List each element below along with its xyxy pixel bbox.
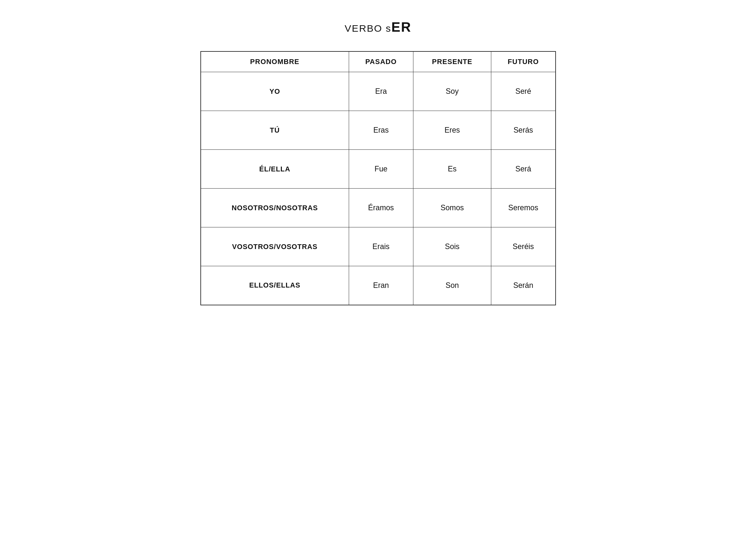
page-title: VERBO sER [344,19,412,35]
cell-futuro: Serán [491,266,555,305]
cell-pronombre: ÉL/ELLA [201,150,349,188]
cell-presente: Somos [413,188,491,227]
cell-presente: Eres [413,111,491,150]
table-row: VOSOTROS/VOSOTRASEraisSoisSeréis [201,227,555,266]
title-suffix: ER [392,19,412,35]
cell-presente: Soy [413,72,491,111]
title-prefix: VERBO s [344,23,392,34]
cell-futuro: Seré [491,72,555,111]
table-header-row: PRONOMBRE PASADO PRESENTE FUTURO [201,51,555,72]
header-presente: PRESENTE [413,51,491,72]
cell-pasado: Eran [349,266,413,305]
cell-presente: Sois [413,227,491,266]
header-futuro: FUTURO [491,51,555,72]
table-row: ELLOS/ELLASEranSonSerán [201,266,555,305]
table-row: YOEraSoySeré [201,72,555,111]
cell-pasado: Erais [349,227,413,266]
cell-presente: Son [413,266,491,305]
cell-futuro: Serás [491,111,555,150]
cell-futuro: Seremos [491,188,555,227]
cell-pronombre: TÚ [201,111,349,150]
cell-pronombre: NOSOTROS/NOSOTRAS [201,188,349,227]
cell-pronombre: YO [201,72,349,111]
table-row: TÚErasEresSerás [201,111,555,150]
cell-pronombre: ELLOS/ELLAS [201,266,349,305]
table-row: NOSOTROS/NOSOTRASÉramosSomosSeremos [201,188,555,227]
cell-presente: Es [413,150,491,188]
verb-conjugation-table: PRONOMBRE PASADO PRESENTE FUTURO YOEraSo… [201,51,556,305]
table-row: ÉL/ELLAFueEsSerá [201,150,555,188]
cell-pasado: Eras [349,111,413,150]
cell-pasado: Éramos [349,188,413,227]
cell-pronombre: VOSOTROS/VOSOTRAS [201,227,349,266]
cell-pasado: Era [349,72,413,111]
cell-pasado: Fue [349,150,413,188]
cell-futuro: Será [491,150,555,188]
header-pronombre: PRONOMBRE [201,51,349,72]
header-pasado: PASADO [349,51,413,72]
cell-futuro: Seréis [491,227,555,266]
